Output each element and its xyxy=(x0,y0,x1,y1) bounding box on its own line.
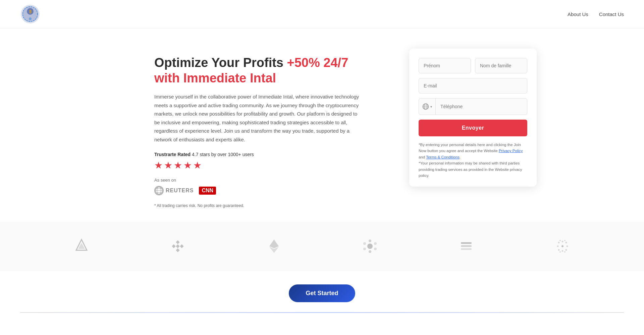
terms-link[interactable]: Terms & Conditions xyxy=(426,155,460,159)
email-row xyxy=(419,78,527,93)
header: ₿ About Us Contact Us xyxy=(0,0,644,28)
crypto-icon-arka xyxy=(73,238,90,254)
main-nav: About Us Contact Us xyxy=(568,11,624,17)
crypto-icon-binance xyxy=(170,238,186,254)
star-3: ★ xyxy=(174,160,182,171)
svg-rect-33 xyxy=(461,245,472,247)
svg-rect-34 xyxy=(461,248,472,250)
svg-point-38 xyxy=(557,246,558,247)
svg-rect-18 xyxy=(176,241,179,244)
svg-text:₿: ₿ xyxy=(29,9,32,14)
signup-form-card: ▾ Envoyer *By entering your personal det… xyxy=(409,49,537,187)
star-4: ★ xyxy=(183,160,192,171)
svg-point-35 xyxy=(561,245,564,247)
svg-point-44 xyxy=(559,240,561,241)
svg-point-5 xyxy=(29,17,32,20)
site-logo: ₿ xyxy=(20,4,40,24)
svg-point-41 xyxy=(565,242,567,244)
svg-point-26 xyxy=(369,240,371,242)
svg-rect-21 xyxy=(176,249,179,252)
svg-rect-19 xyxy=(172,245,175,248)
bottom-divider xyxy=(20,312,624,313)
form-legal: *By entering your personal details here … xyxy=(419,142,527,179)
svg-point-40 xyxy=(558,242,559,244)
svg-point-27 xyxy=(369,250,371,253)
reuters-icon xyxy=(154,186,164,195)
svg-point-29 xyxy=(374,242,377,245)
crypto-icon-ethereum xyxy=(266,238,282,254)
nav-about[interactable]: About Us xyxy=(568,11,588,17)
media-logos: REUTERS CNN xyxy=(154,186,362,195)
reuters-text: REUTERS xyxy=(166,188,194,194)
hero-description: Immerse yourself in the collaborative po… xyxy=(154,92,362,144)
phone-flag-selector[interactable]: ▾ xyxy=(419,98,436,115)
get-started-button[interactable]: Get Started xyxy=(289,284,355,302)
hero-title-main: Optimize Your Profits xyxy=(154,56,287,70)
crypto-logos-section xyxy=(0,221,644,271)
hero-title: Optimize Your Profits +50% 24/7 with Imm… xyxy=(154,55,362,86)
svg-point-37 xyxy=(561,250,563,252)
trust-rated: Trustrarte Rated 4.7 stars by over 1000+… xyxy=(154,152,362,157)
phone-row: ▾ xyxy=(419,98,527,115)
star-5: ★ xyxy=(193,160,202,171)
svg-point-25 xyxy=(367,244,373,249)
email-input[interactable] xyxy=(419,78,527,93)
first-name-input[interactable] xyxy=(419,58,471,73)
privacy-policy-link[interactable]: Privacy Policy xyxy=(499,149,523,153)
svg-point-28 xyxy=(363,242,366,245)
cnn-logo: CNN xyxy=(199,187,216,195)
chevron-down-icon: ▾ xyxy=(430,105,432,109)
disclaimer-text: * All trading carries risk. No profits a… xyxy=(154,203,362,208)
name-row xyxy=(419,58,527,73)
star-2: ★ xyxy=(164,160,172,171)
svg-point-43 xyxy=(565,249,567,251)
hero-section: Optimize Your Profits +50% 24/7 with Imm… xyxy=(0,28,644,221)
svg-marker-23 xyxy=(269,240,279,248)
svg-point-47 xyxy=(564,251,566,253)
nav-contact[interactable]: Contact Us xyxy=(599,11,624,17)
star-1: ★ xyxy=(154,160,163,171)
cta-section: Get Started xyxy=(0,271,644,312)
star-rating: ★ ★ ★ ★ ★ xyxy=(154,160,362,171)
svg-point-42 xyxy=(558,249,559,251)
hero-left: Optimize Your Profits +50% 24/7 with Imm… xyxy=(154,49,362,208)
svg-point-39 xyxy=(566,246,568,247)
svg-rect-22 xyxy=(176,245,179,248)
crypto-icon-cardano xyxy=(554,238,571,254)
last-name-input[interactable] xyxy=(475,58,527,73)
reuters-logo: REUTERS xyxy=(154,186,194,195)
logo-area: ₿ xyxy=(20,4,40,24)
svg-rect-32 xyxy=(461,242,472,244)
svg-point-45 xyxy=(564,240,566,241)
as-seen-on-label: As seen on xyxy=(154,178,362,183)
crypto-icon-polkadot xyxy=(362,238,378,254)
submit-button[interactable]: Envoyer xyxy=(419,120,527,136)
svg-point-31 xyxy=(374,248,377,250)
globe-icon xyxy=(422,103,429,110)
crypto-icon-hive xyxy=(458,238,474,254)
svg-point-36 xyxy=(561,241,563,243)
svg-point-30 xyxy=(363,248,366,250)
svg-rect-20 xyxy=(180,245,183,248)
phone-input[interactable] xyxy=(436,99,527,114)
svg-point-46 xyxy=(559,251,561,253)
